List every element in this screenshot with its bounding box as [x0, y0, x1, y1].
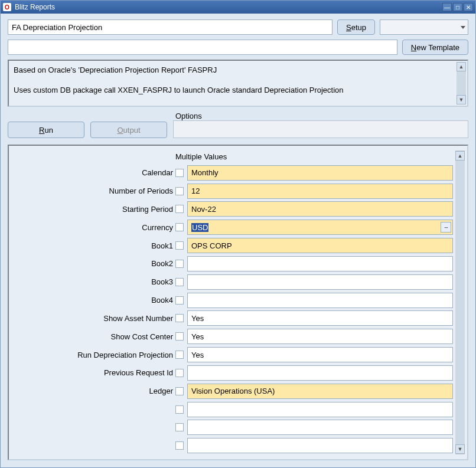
options-group: Options	[173, 112, 468, 138]
template-input[interactable]	[8, 40, 397, 55]
input-empty-1[interactable]	[187, 402, 453, 417]
value-num-periods: 12	[191, 186, 200, 195]
input-start-period[interactable]: Nov-22	[187, 201, 453, 217]
params-scroll-up-icon[interactable]: ▲	[455, 151, 465, 161]
input-book1[interactable]: OPS CORP	[187, 238, 453, 253]
param-row-calendar: Calendar Monthly	[17, 164, 453, 182]
label-run-dep: Run Depreciation Projection	[17, 351, 175, 359]
output-mnemonic: O	[117, 126, 123, 135]
scroll-track[interactable]	[457, 71, 466, 95]
newtpl-mnemonic: N	[411, 43, 416, 52]
label-currency: Currency	[17, 223, 175, 232]
description-box: Based on Oracle's 'Depreciation Projecti…	[8, 60, 468, 107]
input-calendar[interactable]: Monthly	[187, 165, 453, 181]
parameters-scrollbar[interactable]: ▲ ▼	[455, 150, 465, 454]
param-row-start-period: Starting Period Nov-22	[17, 201, 453, 218]
input-show-cc[interactable]: Yes	[187, 329, 453, 344]
param-row-book4: Book4	[17, 292, 453, 309]
multi-checkbox-show-cc[interactable]	[175, 332, 184, 341]
multi-checkbox-start-period[interactable]	[175, 205, 184, 213]
scroll-down-icon[interactable]: ▼	[457, 95, 466, 104]
new-template-button[interactable]: New Template	[402, 40, 468, 55]
multi-checkbox-num-periods[interactable]	[175, 187, 184, 195]
description-scrollbar[interactable]: ▲ ▼	[457, 62, 466, 104]
param-row-show-cc: Show Cost Center Yes	[17, 328, 453, 345]
blitz-reports-window: O Blitz Reports — □ ✕ Setup New Template…	[0, 0, 476, 468]
multi-checkbox-book4[interactable]	[175, 296, 184, 305]
multi-checkbox-currency[interactable]	[175, 223, 184, 231]
input-empty-2[interactable]	[187, 420, 453, 435]
input-empty-3[interactable]	[187, 438, 453, 453]
input-num-periods[interactable]: 12	[187, 184, 453, 199]
output-label-rest: utput	[123, 126, 141, 135]
lov-button-currency[interactable]: ···	[441, 222, 451, 233]
input-show-asset[interactable]: Yes	[187, 310, 453, 326]
setup-mnemonic: S	[346, 23, 351, 32]
parameters-panel: Multiple Values Calendar Monthly Number …	[8, 145, 468, 460]
setup-button[interactable]: Setup	[337, 19, 375, 35]
value-show-cc: Yes	[191, 332, 204, 341]
value-calendar: Monthly	[191, 168, 219, 177]
parameters-inner: Multiple Values Calendar Monthly Number …	[17, 150, 465, 454]
multi-checkbox-book3[interactable]	[175, 278, 184, 286]
input-book4[interactable]	[187, 293, 453, 308]
titlebar: O Blitz Reports — □ ✕	[1, 1, 475, 14]
params-scroll-down-icon[interactable]: ▼	[455, 444, 465, 454]
input-book3[interactable]	[187, 274, 453, 290]
label-prev-req: Previous Request Id	[17, 368, 175, 377]
input-ledger[interactable]: Vision Operations (USA)	[187, 384, 453, 399]
param-row-currency: Currency USD ···	[17, 218, 453, 236]
description-line-1: Based on Oracle's 'Depreciation Projecti…	[14, 64, 455, 76]
value-ledger: Vision Operations (USA)	[191, 387, 275, 395]
multi-checkbox-ledger[interactable]	[175, 387, 184, 395]
multi-checkbox-empty-2[interactable]	[175, 423, 184, 431]
param-row-empty-1	[17, 401, 453, 418]
value-currency: USD	[191, 223, 208, 232]
param-row-show-asset: Show Asset Number Yes	[17, 310, 453, 328]
label-book1: Book1	[17, 241, 175, 250]
oracle-icon: O	[3, 3, 11, 11]
param-row-empty-2	[17, 418, 453, 436]
multi-checkbox-calendar[interactable]	[175, 169, 184, 177]
param-row-run-dep: Run Depreciation Projection Yes	[17, 346, 453, 364]
scroll-up-icon[interactable]: ▲	[457, 62, 466, 71]
multi-checkbox-show-asset[interactable]	[175, 314, 184, 322]
input-book2[interactable]	[187, 256, 453, 271]
layout-combo[interactable]	[380, 19, 468, 35]
run-button[interactable]: Run	[8, 122, 84, 138]
close-button[interactable]: ✕	[464, 3, 473, 11]
maximize-button[interactable]: □	[453, 3, 462, 11]
run-mnemonic: R	[39, 126, 44, 135]
multi-checkbox-empty-1[interactable]	[175, 405, 184, 414]
param-row-prev-req: Previous Request Id	[17, 364, 453, 382]
label-num-periods: Number of Periods	[17, 186, 175, 195]
options-label: Options	[173, 112, 468, 120]
setup-label-rest: etup	[351, 23, 366, 32]
multi-checkbox-run-dep[interactable]	[175, 351, 184, 359]
multi-checkbox-book1[interactable]	[175, 241, 184, 250]
input-prev-req[interactable]	[187, 365, 453, 381]
label-ledger: Ledger	[17, 387, 175, 395]
label-start-period: Starting Period	[17, 205, 175, 214]
label-book2: Book2	[17, 259, 175, 268]
options-field[interactable]	[173, 120, 468, 138]
param-row-book3: Book3	[17, 273, 453, 291]
multi-checkbox-book2[interactable]	[175, 260, 184, 268]
newtpl-label-rest: ew Template	[416, 43, 459, 52]
multi-checkbox-empty-3[interactable]	[175, 441, 184, 450]
label-show-cc: Show Cost Center	[17, 332, 175, 341]
multiple-values-header: Multiple Values	[175, 152, 227, 161]
label-calendar: Calendar	[17, 168, 175, 177]
label-book3: Book3	[17, 277, 175, 286]
param-row-num-periods: Number of Periods 12	[17, 182, 453, 200]
input-currency[interactable]: USD ···	[187, 220, 453, 235]
minimize-button[interactable]: —	[442, 3, 452, 11]
input-run-dep[interactable]: Yes	[187, 347, 453, 362]
template-row: New Template	[8, 40, 468, 55]
report-name-input[interactable]	[8, 19, 332, 35]
param-row-empty-3	[17, 437, 453, 454]
multi-checkbox-prev-req[interactable]	[175, 369, 184, 377]
params-scroll-track[interactable]	[455, 161, 465, 444]
output-button[interactable]: Output	[90, 122, 167, 138]
description-line-2: Uses custom DB package call XXEN_FASPRJ …	[14, 84, 455, 96]
